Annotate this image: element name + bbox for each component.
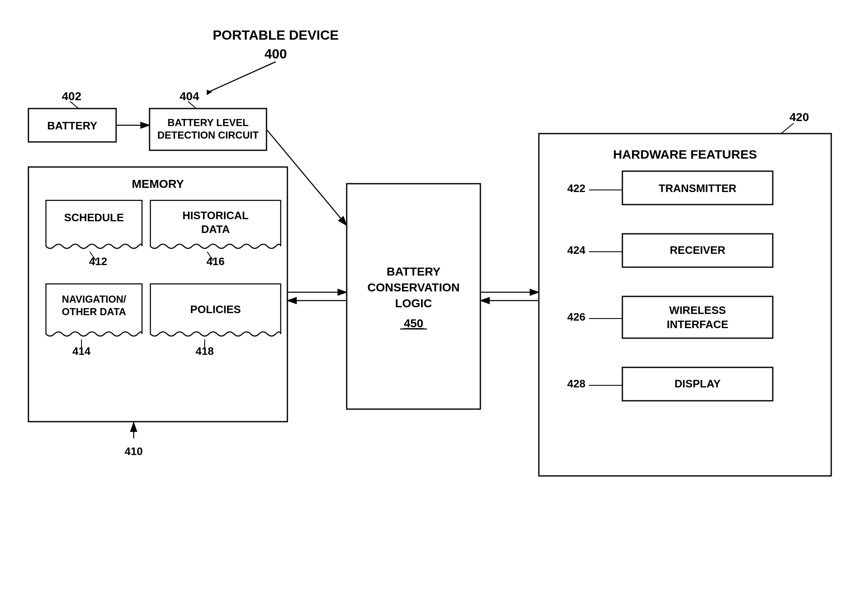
- memory-ref-num: 410: [124, 445, 142, 458]
- navigation-label-1: NAVIGATION/: [62, 293, 126, 305]
- memory-label: MEMORY: [132, 177, 184, 190]
- schedule-num: 412: [89, 255, 107, 268]
- portable-device-num: 400: [264, 46, 287, 61]
- transmitter-label: TRANSMITTER: [659, 182, 737, 195]
- historical-data-label-1: HISTORICAL: [183, 209, 249, 222]
- diagram-container: PORTABLE DEVICE 400 402 BATTERY 404: [0, 0, 868, 607]
- wireless-interface-label-2: INTERFACE: [667, 318, 728, 331]
- hardware-features-label: HARDWARE FEATURES: [613, 147, 757, 161]
- schedule-box: [46, 200, 142, 248]
- battery-conservation-label-2: CONSERVATION: [368, 281, 460, 294]
- battery-level-ref-num: 404: [180, 90, 199, 103]
- wireless-interface-label-1: WIRELESS: [669, 304, 726, 316]
- policies-label: POLICIES: [190, 303, 241, 316]
- wireless-interface-box: [622, 296, 773, 338]
- historical-data-label-2: DATA: [201, 223, 230, 235]
- battery-label: BATTERY: [47, 119, 97, 132]
- battery-level-label-1: BATTERY LEVEL: [168, 117, 249, 128]
- transmitter-num: 422: [567, 182, 585, 195]
- navigation-label-2: OTHER DATA: [62, 306, 126, 317]
- battery-conservation-label-1: BATTERY: [386, 265, 440, 278]
- battery-conservation-box: [347, 184, 480, 409]
- battery-ref-num: 402: [62, 90, 81, 103]
- receiver-label: RECEIVER: [670, 244, 726, 256]
- hardware-features-num: 420: [789, 111, 809, 124]
- battery-conservation-num: 450: [404, 317, 424, 330]
- svg-line-11: [781, 123, 794, 134]
- display-label: DISPLAY: [675, 377, 721, 390]
- portable-device-label: PORTABLE DEVICE: [213, 28, 339, 43]
- display-num: 428: [567, 377, 585, 390]
- svg-line-0: [209, 62, 276, 92]
- schedule-label: SCHEDULE: [64, 211, 124, 224]
- battery-level-label-2: DETECTION CIRCUIT: [157, 129, 259, 141]
- historical-data-num: 416: [206, 255, 224, 268]
- receiver-num: 424: [567, 244, 586, 256]
- battery-conservation-label-3: LOGIC: [395, 297, 432, 310]
- wireless-interface-num: 426: [567, 311, 585, 323]
